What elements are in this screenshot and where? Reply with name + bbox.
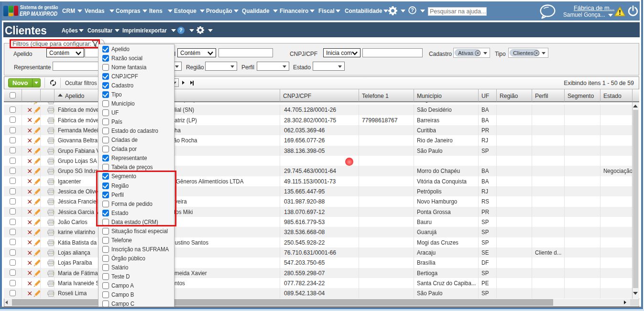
svg-text:?: ? (411, 7, 414, 13)
